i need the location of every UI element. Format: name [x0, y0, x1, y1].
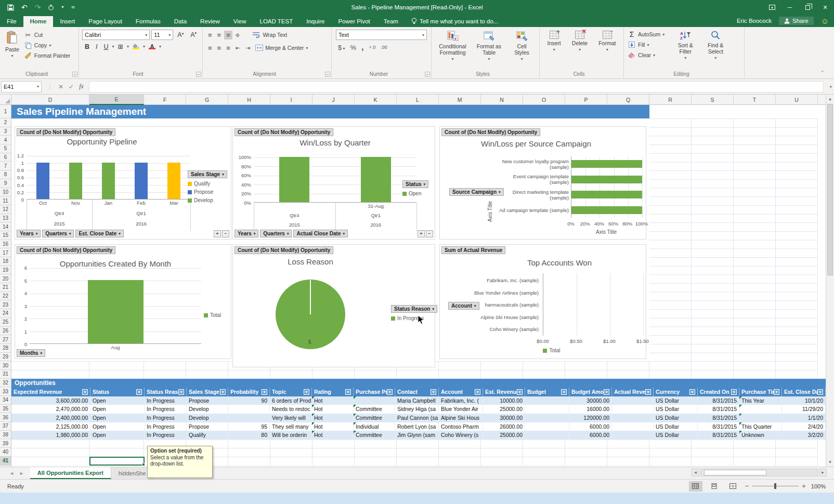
cell[interactable]: Hot	[312, 422, 354, 431]
ribbon-tab-formulas[interactable]: Formulas	[129, 16, 167, 27]
cell[interactable]: Open	[90, 405, 145, 414]
vertical-scroll-thumb[interactable]	[827, 104, 833, 275]
cell[interactable]: Sidney Higa (sa	[395, 405, 439, 414]
filter-dropdown-icon[interactable]: ▼	[304, 389, 309, 395]
row-header-26[interactable]: 26	[0, 327, 11, 336]
row-header-34[interactable]: 34	[0, 396, 11, 405]
cell[interactable]: Committee	[354, 405, 395, 414]
axis-field-button-years[interactable]: Years▾	[17, 230, 41, 237]
pivot-field-button[interactable]: Count of (Do Not Modify) Opportunity	[234, 128, 333, 136]
undo-icon[interactable]: ↶	[21, 4, 28, 11]
cell[interactable]	[525, 422, 569, 431]
cell[interactable]: In Progress	[145, 422, 187, 431]
cell[interactable]: In Progress	[145, 431, 187, 440]
filter-dropdown-icon[interactable]: ▼	[82, 389, 88, 395]
cell[interactable]	[525, 405, 569, 414]
font-family-select[interactable]: Calibri▾	[82, 30, 150, 40]
active-cell-selection[interactable]	[89, 457, 145, 466]
cell[interactable]: Blue Yonder Air	[439, 405, 483, 414]
merge-dropdown-icon[interactable]: ▾	[306, 46, 308, 50]
underline-dropdown-icon[interactable]: ▾	[112, 44, 114, 49]
cell[interactable]: 2,400,000.00	[11, 414, 90, 422]
restore-button[interactable]	[799, 0, 816, 15]
row-header-15[interactable]: 15	[0, 231, 11, 240]
filter-dropdown-icon[interactable]: ▼	[817, 389, 823, 395]
cell[interactable]: 6000.00	[569, 422, 612, 431]
cell[interactable]: 6000.00	[569, 431, 612, 440]
scroll-down-icon[interactable]: ▼	[826, 458, 834, 466]
column-header-T[interactable]: T	[734, 95, 776, 105]
touch-mouse-mode-icon[interactable]	[48, 4, 54, 11]
normal-view-button[interactable]	[689, 481, 702, 492]
column-header-J[interactable]: J	[312, 95, 355, 105]
close-button[interactable]: ×	[816, 0, 834, 15]
row-header-25[interactable]: 25	[0, 318, 11, 327]
minimize-button[interactable]: ─	[781, 0, 799, 15]
find-select-button[interactable]: Find & Select▾	[701, 29, 729, 61]
table-row-35[interactable]: 2,470,000.00OpenIn ProgressDevelopNeeds …	[11, 405, 826, 414]
cell[interactable]: 80	[228, 431, 270, 440]
scroll-up-icon[interactable]: ▲	[826, 95, 834, 103]
cell[interactable]: 25000.00	[483, 431, 525, 440]
merge-center-button[interactable]: Merge & Center▾	[253, 43, 309, 53]
cell[interactable]: Unknown	[739, 431, 782, 440]
name-box[interactable]: E41▾	[1, 81, 42, 92]
cell[interactable]	[612, 422, 654, 431]
enter-icon[interactable]: ✓	[69, 83, 74, 90]
chart-win-loss-by-quarter[interactable]: Count of (Do Not Modify) OpportunityWin/…	[232, 126, 435, 240]
pivot-field-button[interactable]: Count of (Do Not Modify) Opportunity	[234, 246, 333, 254]
cell[interactable]: They sell many	[270, 422, 312, 431]
column-header-G[interactable]: G	[186, 95, 228, 105]
legend-field-button[interactable]: Source Campaign▾	[449, 188, 504, 196]
row-header-7[interactable]: 7	[0, 162, 11, 170]
cell[interactable]: 8/31/2015	[698, 422, 739, 431]
cell[interactable]	[739, 414, 782, 422]
increase-font-size-button[interactable]: A▴	[175, 31, 186, 39]
filter-dropdown-icon[interactable]: ▼	[262, 389, 267, 395]
cell[interactable]: Needs to restoc	[270, 405, 312, 414]
borders-button[interactable]: ⊞	[115, 42, 126, 51]
pivot-field-button[interactable]: Count of (Do Not Modify) Opportunity	[17, 128, 115, 136]
italic-button[interactable]: I	[93, 43, 100, 51]
chart-opportunities-created-by-month[interactable]: Count of (Do Not Modify) OpportunityOppo…	[15, 244, 231, 359]
cell[interactable]: In Progress	[145, 405, 187, 414]
cell[interactable]: 10/1/20	[782, 396, 826, 405]
clear-button[interactable]: Clear▾	[626, 50, 666, 60]
sheet-canvas[interactable]: Sales Pipeline Management OpportunitiesE…	[11, 105, 826, 467]
cell[interactable]: Alpine Ski Hous	[439, 414, 483, 422]
ribbon-tab-view[interactable]: View	[227, 16, 253, 27]
table-row-36[interactable]: 2,400,000.00OpenIn ProgressDevelopVery l…	[11, 414, 826, 422]
row-header-33[interactable]: 33	[0, 387, 11, 396]
comma-style-button[interactable]: ,	[361, 43, 363, 52]
middle-align-button[interactable]: ≡	[215, 31, 224, 39]
cell[interactable]: Hot	[312, 431, 354, 440]
row-header-4[interactable]: 4	[0, 136, 11, 144]
format-cells-button[interactable]: ↔ Format▾	[595, 29, 619, 53]
cell[interactable]: 16000.00	[569, 405, 612, 414]
filter-dropdown-icon[interactable]: ▼	[645, 389, 651, 395]
table-header-contact[interactable]: Contact▼	[395, 388, 439, 396]
cell[interactable]	[525, 414, 569, 422]
ribbon-display-options-icon[interactable]: ▴	[763, 0, 781, 15]
number-format-select[interactable]: Text▾	[336, 30, 427, 40]
legend-field-button[interactable]: Status▾	[402, 180, 428, 188]
zoom-in-icon[interactable]: +	[802, 482, 806, 490]
clipboard-dialog-launcher-icon[interactable]: ⌐	[72, 72, 77, 77]
table-header-purchase-pro[interactable]: Purchase Pro▼	[354, 388, 395, 396]
cell[interactable]: Open	[90, 431, 145, 440]
axis-field-button-actual-close-date[interactable]: Actual Close Date▾	[293, 230, 348, 237]
column-header-I[interactable]: I	[270, 95, 312, 105]
cell[interactable]: In Progress	[145, 414, 187, 422]
user-name[interactable]: Eric Boocock	[737, 18, 772, 24]
cell[interactable]	[228, 414, 270, 422]
table-header-est-revenue[interactable]: Est. Revenue▼	[483, 388, 525, 396]
zoom-level[interactable]: 100%	[811, 483, 826, 489]
row-header-11[interactable]: 11	[0, 196, 11, 205]
cell[interactable]: 10000.00	[483, 396, 525, 405]
number-dialog-launcher-icon[interactable]: ⌐	[425, 72, 430, 77]
ribbon-tab-inquire[interactable]: Inquire	[299, 16, 331, 27]
customize-qat-icon[interactable]: ≂	[71, 5, 75, 10]
underline-button[interactable]: U	[101, 43, 111, 51]
table-row-34[interactable]: 3,600,000.00OpenIn ProgressPropose906 or…	[11, 396, 826, 405]
sheet-nav-right-icon[interactable]: ►	[19, 471, 24, 476]
